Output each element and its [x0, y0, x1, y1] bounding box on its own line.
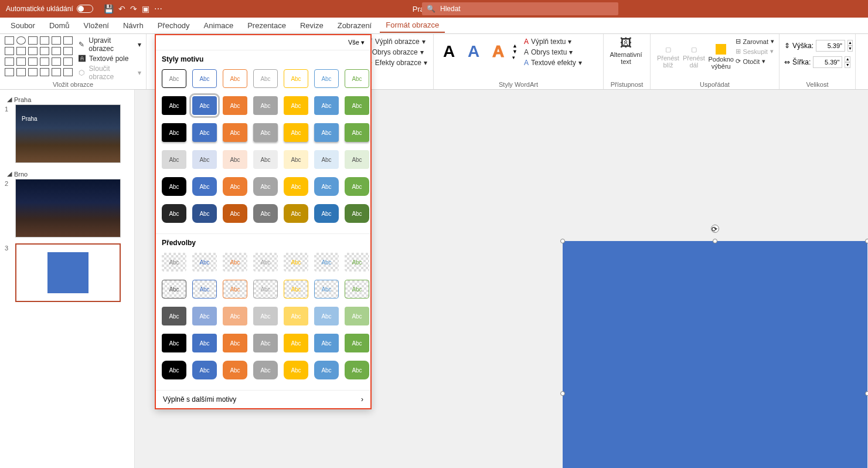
style-swatch[interactable]: Abc [223, 69, 247, 88]
style-swatch[interactable]: Abc [314, 307, 339, 325]
shape-outline-button[interactable]: ✏Obrys obrazce ▾ [364, 48, 427, 56]
style-swatch[interactable]: Abc [345, 280, 369, 299]
tab-animace[interactable]: Animace [198, 19, 240, 32]
resize-handle[interactable] [865, 239, 868, 243]
style-swatch[interactable]: Abc [314, 280, 339, 299]
style-swatch[interactable]: Abc [345, 334, 369, 352]
style-swatch[interactable]: Abc [192, 334, 217, 352]
style-swatch[interactable]: Abc [192, 177, 217, 196]
style-swatch[interactable]: Abc [223, 253, 247, 272]
style-swatch[interactable]: Abc [192, 280, 217, 299]
style-swatch[interactable]: Abc [162, 307, 186, 325]
style-swatch[interactable]: Abc [223, 123, 247, 142]
style-swatch[interactable]: Abc [314, 361, 339, 379]
style-swatch[interactable]: Abc [284, 361, 308, 379]
style-swatch[interactable]: Abc [284, 96, 308, 115]
style-swatch[interactable]: Abc [314, 150, 339, 169]
style-swatch[interactable]: Abc [314, 334, 339, 352]
style-swatch[interactable]: Abc [253, 334, 278, 352]
resize-handle[interactable] [713, 239, 717, 243]
style-swatch[interactable]: Abc [223, 361, 247, 379]
height-spinner[interactable]: ▲▼ [847, 40, 853, 52]
style-swatch[interactable]: Abc [162, 361, 186, 379]
style-swatch[interactable]: Abc [162, 96, 186, 115]
style-swatch[interactable]: Abc [253, 361, 278, 379]
style-swatch[interactable]: Abc [253, 253, 278, 272]
style-swatch[interactable]: Abc [253, 204, 278, 223]
style-swatch[interactable]: Abc [192, 361, 217, 379]
style-swatch[interactable]: Abc [253, 177, 278, 196]
style-swatch[interactable]: Abc [253, 307, 278, 325]
tab-vložení[interactable]: Vložení [78, 19, 115, 32]
style-swatch[interactable]: Abc [284, 150, 308, 169]
merge-shapes-button[interactable]: ⬡Sloučit obrazce ▾ [79, 65, 141, 81]
text-fill-button[interactable]: AVýplň textu ▾ [524, 38, 582, 46]
style-swatch[interactable]: Abc [284, 334, 308, 352]
style-swatch[interactable]: Abc [192, 150, 217, 169]
style-swatch[interactable]: Abc [162, 177, 186, 196]
width-input[interactable] [813, 56, 842, 68]
style-swatch[interactable]: Abc [345, 123, 369, 142]
style-swatch[interactable]: Abc [345, 96, 369, 115]
tab-přechody[interactable]: Přechody [152, 19, 196, 32]
style-swatch[interactable]: Abc [192, 307, 217, 325]
style-swatch[interactable]: Abc [253, 280, 278, 299]
height-input[interactable] [816, 40, 845, 52]
section-header[interactable]: ◢ Praha [5, 94, 130, 104]
style-swatch[interactable]: Abc [314, 69, 339, 88]
style-swatch[interactable]: Abc [192, 123, 217, 142]
style-swatch[interactable]: Abc [284, 280, 308, 299]
resize-handle[interactable] [560, 391, 565, 396]
style-swatch[interactable]: Abc [345, 253, 369, 272]
style-swatch[interactable]: Abc [162, 69, 186, 88]
style-swatch[interactable]: Abc [162, 334, 186, 352]
search-box[interactable]: 🔍 Hledat [422, 2, 618, 15]
resize-handle[interactable] [865, 391, 868, 396]
style-swatch[interactable]: Abc [192, 69, 217, 88]
style-swatch[interactable]: Abc [223, 307, 247, 325]
style-swatch[interactable]: Abc [284, 69, 308, 88]
style-swatch[interactable]: Abc [253, 123, 278, 142]
style-swatch[interactable]: Abc [162, 204, 186, 223]
style-swatch[interactable]: Abc [223, 334, 247, 352]
style-swatch[interactable]: Abc [253, 69, 278, 88]
style-swatch[interactable]: Abc [284, 123, 308, 142]
style-swatch[interactable]: Abc [223, 96, 247, 115]
undo-icon[interactable]: ↶ [118, 4, 125, 13]
send-backward-button[interactable]: ▢Přenést dál [681, 36, 707, 77]
style-swatch[interactable]: Abc [253, 150, 278, 169]
text-effects-button[interactable]: ATextové efekty ▾ [524, 59, 582, 67]
wordart-style-1[interactable]: A [438, 39, 459, 64]
style-swatch[interactable]: Abc [223, 177, 247, 196]
more-fills-button[interactable]: Výplně s dalšími motivy› [156, 390, 370, 408]
save-icon[interactable]: 💾 [104, 4, 114, 13]
style-swatch[interactable]: Abc [284, 204, 308, 223]
autosave-toggle[interactable]: Automatické ukládání [0, 5, 99, 13]
style-swatch[interactable]: Abc [345, 69, 369, 88]
tab-prezentace[interactable]: Prezentace [241, 19, 292, 32]
bring-forward-button[interactable]: ▢Přenést blíž [655, 36, 681, 77]
style-swatch[interactable]: Abc [253, 96, 278, 115]
tab-soubor[interactable]: Soubor [5, 19, 41, 32]
style-swatch[interactable]: Abc [314, 96, 339, 115]
style-swatch[interactable]: Abc [223, 150, 247, 169]
tab-formát-obrazce[interactable]: Formát obrazce [380, 18, 445, 33]
more-icon[interactable]: ⋯ [154, 4, 162, 13]
style-swatch[interactable]: Abc [192, 96, 217, 115]
tab-domů[interactable]: Domů [43, 19, 76, 32]
shape-fill-button[interactable]: 🪣Výplň obrazce ▾ [364, 38, 427, 46]
style-swatch[interactable]: Abc [223, 280, 247, 299]
tab-revize[interactable]: Revize [294, 19, 329, 32]
resize-handle[interactable] [560, 239, 565, 243]
style-swatch[interactable]: Abc [314, 253, 339, 272]
shape-effects-button[interactable]: ✨Efekty obrazce ▾ [364, 59, 427, 67]
style-swatch[interactable]: Abc [314, 123, 339, 142]
style-swatch[interactable]: Abc [162, 150, 186, 169]
redo-icon[interactable]: ↷ [130, 4, 137, 13]
rotate-button[interactable]: ⟳Otočit ▾ [736, 57, 774, 65]
group-button[interactable]: ⊞Seskupit ▾ [736, 48, 774, 55]
shapes-gallery[interactable] [5, 36, 74, 81]
slideshow-icon[interactable]: ▣ [142, 4, 149, 13]
tab-návrh[interactable]: Návrh [117, 19, 149, 32]
alt-text-button[interactable]: 🖼 Alternativní text [608, 36, 644, 65]
